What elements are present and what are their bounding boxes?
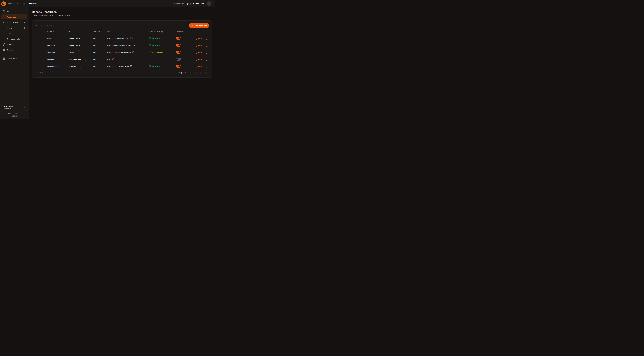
arrow-up-right-icon — [79, 44, 80, 46]
resource-access: https://battery.example.com — [106, 65, 129, 67]
avatar[interactable]: J — [207, 2, 211, 6]
arrow-up-right-icon — [79, 38, 80, 39]
site-link-button[interactable]: Office — [68, 50, 79, 54]
resource-name: Bitwarden — [47, 44, 68, 46]
last-page-button[interactable] — [205, 71, 209, 75]
add-resource-button[interactable]: Add Resource — [189, 23, 209, 28]
sidebar-item-label: Resources — [7, 16, 16, 18]
copy-icon[interactable] — [133, 44, 135, 46]
authentication-status: - — [149, 58, 176, 60]
edit-button[interactable]: Edit — [196, 57, 207, 61]
authentication-status: Protected — [149, 65, 176, 67]
sidebar-item-label: Server Admin — [7, 58, 18, 60]
resource-name: Immich — [47, 37, 68, 39]
column-header-site[interactable]: Site — [68, 31, 93, 33]
sidebar-item-label: Settings — [7, 49, 14, 51]
resources-table: Name Site Protocol Access Authenticati — [34, 29, 209, 70]
sidebar-item-label: Access Control — [7, 22, 19, 24]
external-link-icon — [19, 112, 20, 114]
copy-icon[interactable] — [130, 37, 132, 39]
resource-protocol: TCP — [93, 44, 106, 46]
row-menu-button[interactable] — [34, 58, 39, 60]
waypoints-icon — [3, 16, 5, 18]
enabled-toggle[interactable] — [176, 51, 181, 54]
edit-button[interactable]: Edit — [196, 64, 207, 68]
site-link-button[interactable]: Second Office — [68, 57, 86, 61]
site-link-button[interactable]: Home Lab — [68, 36, 82, 40]
column-header-name[interactable]: Name — [47, 31, 68, 33]
authentication-status: Protected — [149, 44, 176, 46]
row-menu-button[interactable] — [34, 37, 39, 39]
sidebar-item-settings[interactable]: Settings — [1, 48, 28, 52]
copy-icon[interactable] — [132, 51, 134, 53]
resource-protocol: TCP — [93, 37, 106, 39]
resource-access: https://bitwarden.example.com — [106, 44, 131, 46]
breadcrumb-org[interactable]: home-lab — [8, 2, 16, 5]
authentication-label: Protected — [152, 65, 160, 67]
sidebar-item-resources[interactable]: Resources — [1, 14, 28, 20]
plus-icon — [191, 24, 193, 26]
resource-access: 5432 — [106, 58, 110, 60]
next-page-button[interactable] — [200, 71, 204, 75]
arrow-right-icon — [203, 37, 205, 39]
column-header-protocol: Protocol — [93, 31, 106, 33]
chevron-down-icon — [39, 72, 41, 74]
breadcrumb-settings[interactable]: settings — [19, 2, 26, 5]
sidebar-item-access-control[interactable]: Access Control — [1, 20, 28, 25]
authentication-label: - — [149, 58, 150, 60]
arrow-right-icon — [203, 51, 205, 53]
pangolin-logo-icon — [1, 1, 6, 6]
search-input[interactable] — [40, 24, 77, 27]
page-size-select[interactable]: 20 — [34, 71, 42, 75]
server-icon — [3, 58, 5, 60]
enabled-toggle[interactable] — [176, 37, 181, 40]
resource-access: https://immich.example.com — [106, 37, 129, 39]
documentation-link[interactable]: Documentation — [172, 2, 184, 5]
chevron-right-icon — [201, 72, 203, 74]
organization-label: Organization — [3, 106, 24, 108]
authentication-label: Protected — [152, 44, 160, 46]
table-row: Authentik Office TCP https://authentik.e… — [34, 49, 209, 56]
sidebar-item-server-admin[interactable]: Server Admin — [1, 56, 28, 61]
site-link-button[interactable]: Home Lab — [68, 43, 82, 47]
version-label: v1.3.0 — [1, 115, 28, 117]
main-content: Manage Resources Create secure proxies t… — [29, 8, 215, 119]
site-link-button[interactable]: Edge 01 — [68, 64, 81, 68]
sidebar-item-label: Shareable Links — [7, 38, 20, 40]
chevrons-right-icon — [206, 72, 208, 74]
first-page-button[interactable] — [190, 71, 194, 75]
chevron-left-icon — [196, 72, 198, 74]
search-box — [34, 23, 79, 28]
chevron-down-icon — [24, 22, 26, 24]
sidebar-item-sites[interactable]: Sites — [1, 9, 28, 14]
enabled-toggle[interactable] — [176, 44, 181, 46]
table-header-row: Name Site Protocol Access Authenticati — [34, 29, 209, 35]
ellipsis-icon — [36, 58, 39, 60]
resources-card: Add Resource Name Site Protocol — [32, 20, 212, 78]
ellipsis-icon — [36, 65, 39, 67]
sidebar-item-label: Users — [7, 27, 12, 29]
organization-selector[interactable]: Organization Home Lab — [1, 104, 28, 111]
arrow-right-icon — [203, 65, 205, 67]
enabled-toggle[interactable] — [176, 58, 181, 60]
edit-button[interactable]: Edit — [196, 36, 207, 40]
ellipsis-icon — [36, 37, 39, 39]
shield-check-icon — [149, 65, 151, 67]
previous-page-button[interactable] — [195, 71, 199, 75]
edit-button[interactable]: Edit — [196, 43, 207, 47]
enabled-toggle[interactable] — [176, 65, 181, 68]
open-source-link[interactable]: Open Source — [8, 112, 20, 114]
chevron-right-icon — [24, 27, 26, 29]
sidebar-item-api-keys[interactable]: API Keys — [1, 42, 28, 47]
sidebar-item-users[interactable]: Users — [1, 26, 28, 30]
sidebar-item-roles[interactable]: Roles — [1, 31, 28, 36]
resource-name: Postgres — [47, 58, 68, 60]
row-menu-button[interactable] — [34, 65, 39, 67]
column-header-authentication[interactable]: Authentication — [149, 31, 176, 33]
sidebar-item-shareable-links[interactable]: Shareable Links — [1, 36, 28, 42]
row-menu-button[interactable] — [34, 44, 39, 46]
edit-button[interactable]: Edit — [196, 50, 207, 54]
row-menu-button[interactable] — [34, 51, 39, 53]
copy-icon[interactable] — [112, 58, 114, 60]
copy-icon[interactable] — [130, 65, 132, 67]
